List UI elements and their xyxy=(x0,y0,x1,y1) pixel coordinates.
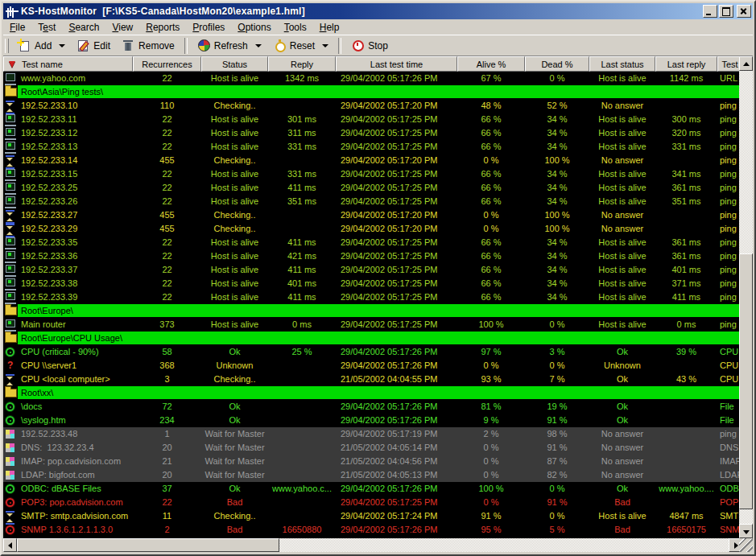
chevron-down-icon[interactable] xyxy=(59,44,65,47)
table-row[interactable]: 192.52.233.1522Host is alive331 ms29/04/… xyxy=(3,167,742,181)
table-row[interactable]: 192.52.233.2522Host is alive411 ms29/04/… xyxy=(3,181,742,195)
column-header-label: Status xyxy=(222,60,247,69)
table-row[interactable]: 192.52.233.3522Host is alive411 ms29/04/… xyxy=(3,236,742,249)
title-bar[interactable]: KS-HostMonitor [F:\KS5-Canada\HostMon20\… xyxy=(3,3,753,19)
folder-row[interactable]: Root\Asia\Ping tests\ xyxy=(3,85,742,99)
horizontal-scroll-thumb[interactable] xyxy=(17,538,279,552)
cell-test-name: 192.52.233.38 xyxy=(3,277,133,290)
table-row[interactable]: IMAP: pop.cadvision.com21Wait for Master… xyxy=(3,455,742,468)
column-header-last-test-time[interactable]: Last test time xyxy=(336,56,457,72)
horizontal-scrollbar[interactable] xyxy=(3,538,742,552)
reset-button[interactable]: Reset xyxy=(267,36,334,56)
folder-row[interactable]: Root\xx\ xyxy=(3,386,742,400)
column-header-last-status[interactable]: Last status xyxy=(589,56,655,72)
cell-recurrences: 3 xyxy=(133,373,201,386)
table-row[interactable]: 192.52.233.3922Host is alive411 ms29/04/… xyxy=(3,290,742,304)
vertical-scrollbar[interactable] xyxy=(739,56,753,538)
maximize-button[interactable] xyxy=(719,5,733,18)
table-row[interactable]: 192.52.233.10110Checking..29/04/2002 05:… xyxy=(3,99,742,113)
toolbar-grip[interactable] xyxy=(5,39,9,53)
menu-item-reports[interactable]: Reports xyxy=(139,20,186,35)
menu-item-view[interactable]: View xyxy=(105,20,139,35)
column-header-last-reply[interactable]: Last reply xyxy=(655,56,717,72)
table-row[interactable]: 192.52.233.3622Host is alive421 ms29/04/… xyxy=(3,249,742,263)
folder-row[interactable]: Root\Europe\CPU Usage\ xyxy=(3,332,742,345)
table-row[interactable]: 192.52.233.1122Host is alive301 ms29/04/… xyxy=(3,113,742,126)
vertical-scroll-thumb[interactable] xyxy=(739,253,753,509)
scroll-up-button[interactable] xyxy=(739,56,753,71)
table-row[interactable]: 192.52.233.481Wait for Master29/04/2002 … xyxy=(3,427,742,441)
folder-row[interactable]: Root\Europe\ xyxy=(3,304,742,318)
table-row[interactable]: \syslog.htm234Ok29/04/2002 05:17:26 PM9 … xyxy=(3,414,742,427)
menu-item-tools[interactable]: Tools xyxy=(278,20,313,35)
cell-test-name: 192.52.233.39 xyxy=(3,290,133,304)
cell-recurrences: 110 xyxy=(133,99,201,113)
scroll-down-button[interactable] xyxy=(739,524,753,538)
table-row[interactable]: 192.52.233.3822Host is alive401 ms29/04/… xyxy=(3,277,742,290)
cell-last-reply xyxy=(655,441,717,455)
table-row[interactable]: POP3: pop.cadvision.com22Bad29/04/2002 0… xyxy=(3,496,742,509)
column-header-status[interactable]: Status xyxy=(201,56,268,72)
table-row[interactable]: LDAP: bigfoot.com20Wait for Master21/05/… xyxy=(3,468,742,482)
cell-last-test-time: 29/04/2002 05:17:26 PM xyxy=(336,414,457,427)
scroll-left-button[interactable] xyxy=(3,538,17,552)
refresh-button[interactable]: Refresh xyxy=(192,36,267,56)
table-row[interactable]: 192.52.233.1222Host is alive311 ms29/04/… xyxy=(3,126,742,140)
table-row[interactable]: ODBC: dBASE Files37Okwww.yahoo.c...29/04… xyxy=(3,482,742,496)
cell-last-test-time: 29/04/2002 05:17:19 PM xyxy=(336,427,457,441)
cell-reply: 1342 ms xyxy=(268,72,336,85)
cell-alive-: 66 % xyxy=(457,181,525,195)
table-row[interactable]: SNMP 1.3.6.1.2.1.1.3.02Bad1665088029/04/… xyxy=(3,523,742,537)
table-row[interactable]: 192.52.233.27455Checking..29/04/2002 05:… xyxy=(3,208,742,222)
column-header-alive-[interactable]: Alive % xyxy=(457,56,525,72)
cell-dead-: 100 % xyxy=(525,222,589,236)
resize-grip[interactable] xyxy=(739,538,753,552)
table-row[interactable]: 192.52.233.14455Checking..29/04/2002 05:… xyxy=(3,154,742,167)
menu-item-help[interactable]: Help xyxy=(313,20,346,35)
stop-icon xyxy=(351,39,364,51)
close-button[interactable] xyxy=(737,5,751,18)
table-row[interactable]: www.yahoo.com22Host is alive1342 ms29/04… xyxy=(3,72,742,85)
chevron-down-icon[interactable] xyxy=(322,44,328,47)
cell-alive-: 66 % xyxy=(457,290,525,304)
cell-reply xyxy=(268,359,336,373)
table-row[interactable]: DNS: 123.32.23.420Wait for Master21/05/2… xyxy=(3,441,742,455)
cell-reply: 411 ms xyxy=(268,263,336,277)
table-row[interactable]: Main router373Host is alive0 ms29/04/200… xyxy=(3,318,742,332)
remove-button[interactable]: Remove xyxy=(116,36,180,56)
menu-item-file[interactable]: File xyxy=(3,20,31,35)
add-button[interactable]: Add xyxy=(12,36,71,56)
monitor-lit-icon xyxy=(5,196,16,208)
cell-status: Wait for Master xyxy=(201,441,268,455)
table-row[interactable]: CPU (critical - 90%)58Ok25 %29/04/2002 0… xyxy=(3,345,742,359)
table-row[interactable]: \docs72Ok29/04/2002 05:17:26 PM81 %19 %O… xyxy=(3,400,742,414)
table-row[interactable]: 192.52.233.29455Checking..29/04/2002 05:… xyxy=(3,222,742,236)
menu-item-search[interactable]: Search xyxy=(62,20,105,35)
table-row[interactable]: 192.52.233.3722Host is alive411 ms29/04/… xyxy=(3,263,742,277)
column-header-dead-[interactable]: Dead % xyxy=(525,56,589,72)
monitor-lit-icon xyxy=(5,169,16,181)
menu-item-profiles[interactable]: Profiles xyxy=(186,20,231,35)
cell-last-reply: 341 ms xyxy=(655,167,717,181)
column-header-recurrences[interactable]: Recurrences xyxy=(133,56,201,72)
minimize-button[interactable] xyxy=(703,5,717,18)
table-row[interactable]: SMTP: smtp.cadvision.com11Checking..29/0… xyxy=(3,509,742,523)
cell-status: Checking.. xyxy=(201,222,268,236)
table-row[interactable]: 192.52.233.1322Host is alive331 ms29/04/… xyxy=(3,140,742,154)
cell-reply xyxy=(268,455,336,468)
column-header-reply[interactable]: Reply xyxy=(268,56,336,72)
monitor-lit-icon xyxy=(5,251,16,263)
folder-open-icon xyxy=(5,389,17,397)
column-header-test-name[interactable]: Test name xyxy=(3,56,133,72)
stop-button[interactable]: Stop xyxy=(345,36,394,56)
menu-item-test[interactable]: Test xyxy=(31,20,62,35)
table-row[interactable]: 192.52.233.2622Host is alive351 ms29/04/… xyxy=(3,195,742,208)
table-row[interactable]: CPU \\server1368Unknown29/04/2002 05:17:… xyxy=(3,359,742,373)
cell-last-status: Host is alive xyxy=(589,318,655,332)
edit-button[interactable]: Edit xyxy=(71,36,116,56)
chevron-down-icon[interactable] xyxy=(255,44,262,47)
cell-dead-: 34 % xyxy=(525,277,589,290)
menu-item-options[interactable]: Options xyxy=(231,20,277,35)
table-row[interactable]: CPU <local computer>3Checking..21/05/200… xyxy=(3,373,742,386)
cell-recurrences: 455 xyxy=(133,154,201,167)
